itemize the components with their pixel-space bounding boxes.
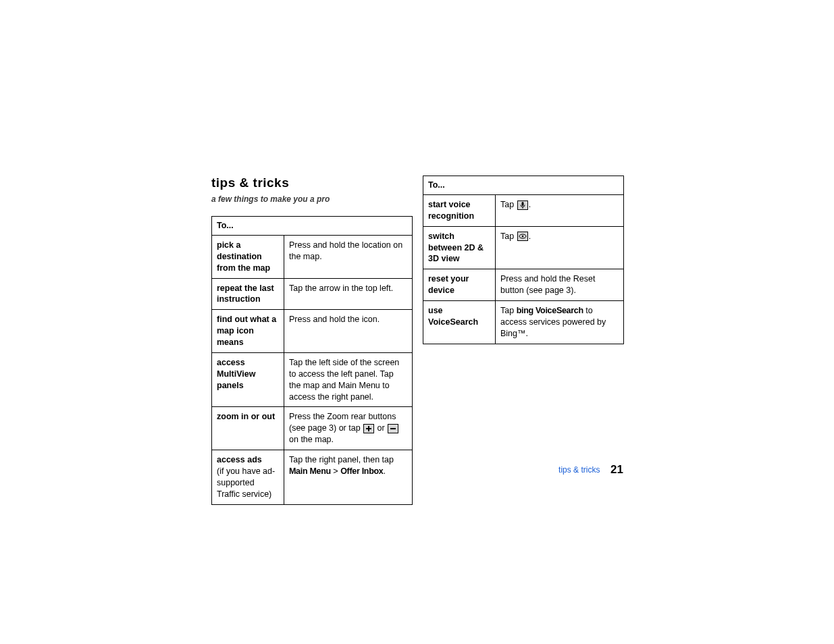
ui-label: bing VoiceSearch: [517, 306, 583, 315]
tips-table-right: To... start voice recognitionTap .switch…: [423, 176, 624, 344]
table-cell-action: pick a destination from the map: [212, 235, 284, 278]
action-label: reset your device: [428, 274, 469, 295]
table-row: reset your devicePress and hold the Rese…: [423, 269, 624, 301]
table-row: start voice recognitionTap .: [423, 194, 624, 226]
table-cell-description: Press the Zoom rear buttons (see page 3)…: [284, 407, 413, 450]
ui-label: Offer Inbox: [340, 466, 383, 476]
table-cell-action: switch between 2D & 3D view: [423, 226, 496, 269]
action-label: switch between 2D & 3D view: [428, 232, 484, 264]
table-cell-action: zoom in or out: [212, 407, 284, 450]
action-label: zoom in or out: [217, 412, 275, 421]
document-page: tips & tricks a few things to make you a…: [0, 0, 834, 644]
left-column: tips & tricks a few things to make you a…: [211, 176, 413, 505]
right-column: To... start voice recognitionTap .switch…: [423, 176, 624, 344]
action-label: find out what a map icon means: [217, 315, 276, 347]
table-row: pick a destination from the mapPress and…: [212, 235, 413, 278]
table-cell-action: access ads(if you have ad-supported Traf…: [212, 450, 284, 505]
action-label: access MultiView panels: [217, 358, 255, 390]
action-label: repeat the last instruction: [217, 284, 274, 304]
table-cell-action: access MultiView panels: [212, 352, 284, 407]
table-cell-description: Tap the left side of the screen to acces…: [284, 352, 413, 407]
table-row: repeat the last instructionTap the arrow…: [212, 278, 413, 310]
table-row: access ads(if you have ad-supported Traf…: [212, 450, 413, 505]
table-cell-description: Tap the arrow in the top left.: [284, 278, 413, 310]
footer-section-link: tips & tricks: [558, 465, 600, 475]
svg-rect-0: [521, 202, 523, 206]
page-footer: tips & tricks 21: [558, 463, 623, 477]
footer-page-number: 21: [610, 463, 623, 476]
table-cell-description: Tap bing VoiceSearch to access services …: [496, 301, 624, 344]
table-cell-action: find out what a map icon means: [212, 310, 284, 353]
table-cell-action: repeat the last instruction: [212, 278, 284, 310]
table-header: To...: [423, 176, 624, 195]
minus-icon: [388, 424, 398, 433]
plus-icon: [363, 424, 374, 433]
table-cell-description: Tap .: [496, 194, 624, 226]
action-sublabel: (if you have ad-supported Traffic servic…: [217, 466, 279, 500]
page-subtitle: a few things to make you a pro: [211, 194, 413, 204]
view-toggle-icon: [517, 232, 528, 241]
table-cell-description: Press and hold the Reset button (see pag…: [496, 269, 624, 301]
table-row: find out what a map icon meansPress and …: [212, 310, 413, 353]
table-row: switch between 2D & 3D viewTap .: [423, 226, 624, 269]
table-cell-description: Tap the right panel, then tap Main Menu …: [284, 450, 413, 505]
action-label: pick a destination from the map: [217, 240, 270, 273]
action-label: access ads: [217, 455, 262, 464]
table-row: zoom in or outPress the Zoom rear button…: [212, 407, 413, 450]
table-cell-action: use VoiceSearch: [423, 301, 496, 344]
tips-table-left: To... pick a destination from the mapPre…: [211, 216, 413, 505]
table-cell-action: reset your device: [423, 269, 496, 301]
ui-label: Main Menu: [289, 466, 331, 476]
table-row: use VoiceSearchTap bing VoiceSearch to a…: [423, 301, 624, 344]
action-label: use VoiceSearch: [428, 306, 478, 327]
action-label: start voice recognition: [428, 200, 474, 221]
table-cell-description: Tap .: [496, 226, 624, 269]
microphone-icon: [517, 200, 528, 210]
svg-point-3: [521, 236, 523, 238]
table-row: access MultiView panelsTap the left side…: [212, 352, 413, 407]
table-cell-description: Press and hold the icon.: [284, 310, 413, 353]
table-cell-action: start voice recognition: [423, 194, 496, 226]
table-cell-description: Press and hold the location on the map.: [284, 235, 413, 278]
page-title: tips & tricks: [211, 176, 413, 190]
table-header: To...: [212, 217, 413, 236]
